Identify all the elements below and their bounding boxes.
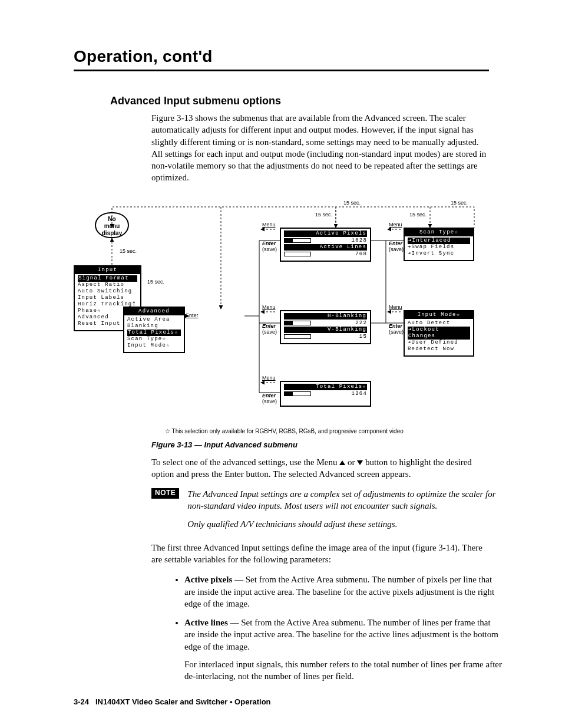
menu-label: Menu [262,375,276,381]
enter-label: Enter [389,241,402,246]
enter-label: Enter [186,312,199,318]
save-label: (save) [262,246,277,252]
note-label: NOTE [151,488,179,499]
select-paragraph: To select one of the advanced settings, … [151,456,490,480]
menu-down-icon [357,460,363,465]
active-area-menu: Active Pixels 1028 Active Lines 768 [280,228,371,262]
enter-label: Enter [262,393,276,398]
save-label: (save) [262,329,277,335]
timeout-label: 15 sec. [147,279,164,285]
menu-label: Menu [262,304,276,310]
figure-advanced-submenu: Nomenudisplay 15 sec. 15 sec. 15 sec. 15… [74,192,489,437]
timeout-label: 15 sec. [451,200,468,206]
figure-footnote: ☆ This selection only available for RGBH… [165,428,471,434]
blanking-menu: H-Blanking 222 V-Blanking 15 [280,310,371,344]
enter-label: Enter [389,323,402,329]
title-rule [74,70,489,71]
enter-label: Enter [262,323,276,329]
total-pixels-menu: Total Pixels☆ 1264 [280,381,371,407]
timeout-label: 15 sec. [120,248,137,254]
save-label: (save) [262,398,277,404]
timeout-label: 15 sec. [409,212,427,218]
advanced-menu: Advanced Active Area Blanking Total Pixe… [123,307,185,353]
note-block: NOTE The Advanced Input settings are a c… [151,488,499,536]
page-footer: 3-24 IN1404XT Video Scaler and Switcher … [74,697,271,706]
save-label: (save) [389,246,404,252]
list-item: Active lines — Set from the Active Area … [184,617,503,682]
after-note-paragraph: The first three Advanced Input settings … [151,542,490,566]
timeout-label: 15 sec. [315,212,332,218]
scan-type-menu: Scan Type☆ ➔Interlaced ➔Swap Fields ➔Inv… [404,228,474,261]
list-item: Active pixels — Set from the Active Area… [184,574,503,610]
note-text-2: Only qualified A/V technicians should ad… [187,518,499,530]
figure-caption: Figure 3-13 — Input Advanced submenu [151,440,489,449]
intro-paragraph: Figure 3-13 shows the submenus that are … [151,112,490,184]
chapter-title: Operation, cont'd [74,47,489,66]
menu-up-icon [339,460,345,465]
timeout-label: 15 sec. [343,200,361,206]
enter-label: Enter [262,241,276,246]
menu-label: Menu [389,222,402,228]
menu-label: Menu [262,222,276,228]
input-mode-menu: Input Mode☆ Auto Detect ➔Lockout Changes… [404,310,474,357]
no-menu-display: Nomenudisplay [95,212,129,238]
note-text-1: The Advanced Input settings are a comple… [187,488,499,512]
save-label: (save) [389,329,404,335]
settings-list: Active pixels — Set from the Active Area… [168,574,503,682]
section-heading: Advanced Input submenu options [110,95,489,107]
menu-label: Menu [389,304,402,310]
